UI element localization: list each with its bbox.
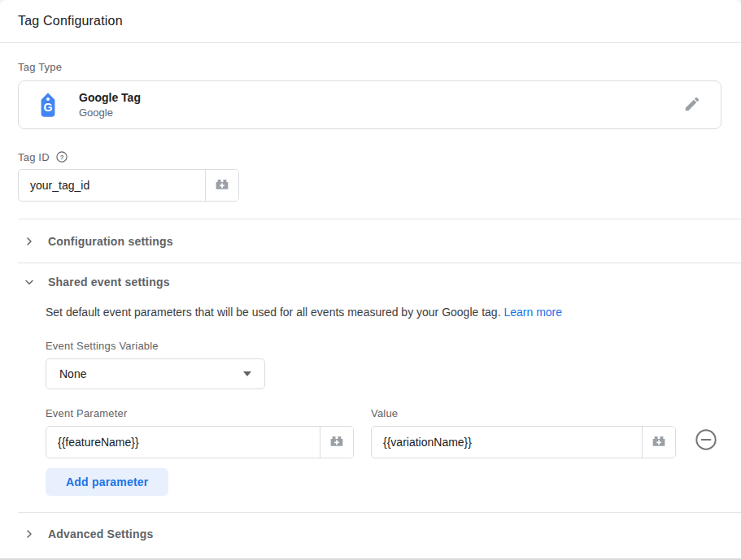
panel-header: Tag Configuration: [0, 0, 741, 43]
configuration-settings-label: Configuration settings: [48, 235, 173, 248]
help-icon[interactable]: ?: [55, 150, 68, 163]
tag-type-vendor: Google: [79, 106, 141, 119]
minus-circle-icon: [695, 428, 717, 454]
tag-type-card[interactable]: G Google Tag Google: [18, 80, 721, 129]
edit-tag-type-button[interactable]: [680, 93, 704, 117]
value-label: Value: [371, 407, 676, 419]
event-parameter-input-group: [46, 426, 354, 458]
svg-text:G: G: [43, 101, 52, 114]
panel-content: Tag Type G Google Tag Google: [0, 43, 741, 202]
parameter-variable-picker-button[interactable]: [320, 427, 353, 458]
description-text: Set default event parameters that will b…: [46, 306, 501, 319]
pencil-icon: [683, 95, 701, 115]
chevron-right-icon: [23, 527, 36, 540]
tag-type-name: Google Tag: [79, 91, 141, 104]
event-parameter-input[interactable]: [46, 427, 320, 458]
shared-event-settings-label: Shared event settings: [48, 276, 170, 289]
shared-settings-description: Set default event parameters that will b…: [46, 306, 721, 319]
event-settings-variable-label: Event Settings Variable: [46, 340, 721, 352]
shared-event-settings-body: Set default event parameters that will b…: [18, 301, 741, 512]
tag-id-input[interactable]: [19, 170, 205, 201]
event-settings-variable-dropdown[interactable]: None: [46, 358, 265, 389]
value-variable-picker-button[interactable]: [642, 427, 675, 458]
add-parameter-button[interactable]: Add parameter: [46, 468, 168, 496]
section-configuration-settings: Configuration settings: [18, 219, 741, 263]
value-input[interactable]: [372, 427, 642, 458]
google-tag-icon: G: [33, 90, 63, 119]
tag-type-label: Tag Type: [18, 61, 721, 73]
chevron-right-icon: [23, 235, 36, 248]
configuration-settings-header[interactable]: Configuration settings: [18, 219, 741, 263]
remove-parameter-button[interactable]: [695, 428, 717, 454]
value-input-group: [371, 426, 676, 458]
tag-id-variable-picker-button[interactable]: [205, 170, 238, 201]
tag-type-text: Google Tag Google: [79, 91, 141, 119]
tag-id-label: Tag ID: [18, 151, 50, 163]
section-shared-event-settings: Shared event settings Set default event …: [18, 263, 741, 512]
section-advanced-settings: Advanced Settings: [18, 512, 741, 554]
event-parameter-label: Event Parameter: [46, 407, 354, 419]
parameter-row: Event Parameter: [46, 407, 721, 458]
lego-brick-plus-icon: [328, 432, 346, 453]
lego-brick-plus-icon: [213, 176, 231, 196]
shared-event-settings-header[interactable]: Shared event settings: [18, 263, 741, 301]
event-parameter-column: Event Parameter: [46, 407, 354, 458]
tag-configuration-panel: Tag Configuration Tag Type G Google Tag …: [0, 0, 741, 560]
tag-id-input-group: [18, 169, 239, 202]
advanced-settings-header[interactable]: Advanced Settings: [18, 513, 741, 554]
dropdown-selected-value: None: [59, 367, 86, 380]
tag-id-label-row: Tag ID ?: [18, 150, 721, 163]
learn-more-link[interactable]: Learn more: [503, 306, 562, 319]
chevron-down-icon: [23, 276, 36, 289]
remove-row-wrap: [695, 428, 717, 454]
caret-down-icon: [243, 371, 251, 376]
value-column: Value: [371, 407, 676, 458]
lego-brick-plus-icon: [650, 432, 668, 453]
advanced-settings-label: Advanced Settings: [48, 527, 153, 540]
svg-text:?: ?: [59, 154, 63, 161]
page-title: Tag Configuration: [18, 14, 123, 28]
